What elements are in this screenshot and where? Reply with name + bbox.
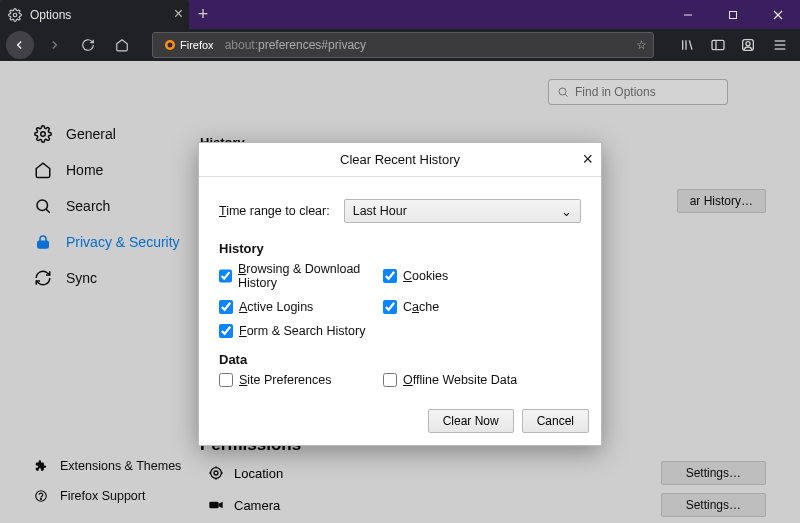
time-range-select[interactable]: Last Hour ⌄ — [344, 199, 581, 223]
time-range-label: Time range to clear: — [219, 204, 330, 218]
svg-point-0 — [13, 13, 17, 17]
home-button[interactable] — [108, 31, 136, 59]
gear-icon — [8, 8, 22, 22]
library-icon[interactable] — [680, 37, 696, 53]
history-subheading: History — [219, 241, 581, 256]
window-controls — [665, 0, 800, 29]
dialog-title: Clear Recent History — [340, 152, 460, 167]
url-text: about:preferences#privacy — [225, 38, 366, 52]
time-range-value: Last Hour — [353, 204, 407, 218]
svg-rect-10 — [712, 40, 724, 49]
close-tab-icon[interactable]: × — [174, 6, 183, 22]
browser-tab[interactable]: Options × — [0, 0, 189, 29]
clear-now-button[interactable]: Clear Now — [428, 409, 514, 433]
dialog-close-button[interactable]: × — [582, 149, 593, 170]
svg-point-13 — [746, 42, 750, 46]
reload-button[interactable] — [74, 31, 102, 59]
check-browsing[interactable]: Browsing & Download History — [219, 262, 379, 290]
clear-history-dialog: Clear Recent History × Time range to cle… — [198, 142, 602, 446]
svg-line-9 — [689, 40, 692, 49]
toolbar-right-icons — [680, 37, 756, 53]
menu-button[interactable] — [766, 37, 794, 53]
check-site-prefs[interactable]: Site Preferences — [219, 373, 379, 387]
back-button[interactable] — [6, 31, 34, 59]
data-subheading: Data — [219, 352, 581, 367]
bookmark-star-icon[interactable]: ☆ — [636, 38, 647, 52]
account-icon[interactable] — [740, 37, 756, 53]
close-window-button[interactable] — [755, 0, 800, 29]
check-active-logins[interactable]: Active Logins — [219, 300, 379, 314]
chevron-down-icon: ⌄ — [561, 204, 572, 219]
check-offline-data[interactable]: Offline Website Data — [383, 373, 581, 387]
check-cache[interactable]: Cache — [383, 300, 581, 314]
cancel-button[interactable]: Cancel — [522, 409, 589, 433]
check-cookies[interactable]: Cookies — [383, 262, 581, 290]
dialog-header: Clear Recent History × — [199, 143, 601, 177]
maximize-button[interactable] — [710, 0, 755, 29]
svg-rect-2 — [729, 11, 736, 18]
new-tab-button[interactable]: + — [189, 0, 217, 29]
toolbar: Firefox about:preferences#privacy ☆ — [0, 29, 800, 61]
identity-chip: Firefox — [159, 38, 219, 52]
sidebar-toggle-icon[interactable] — [710, 37, 726, 53]
url-bar[interactable]: Firefox about:preferences#privacy ☆ — [152, 32, 654, 58]
titlebar: Options × + — [0, 0, 800, 29]
svg-point-6 — [168, 43, 173, 48]
forward-button[interactable] — [40, 31, 68, 59]
check-form-search[interactable]: Form & Search History — [219, 324, 379, 338]
minimize-button[interactable] — [665, 0, 710, 29]
tab-title: Options — [30, 8, 71, 22]
